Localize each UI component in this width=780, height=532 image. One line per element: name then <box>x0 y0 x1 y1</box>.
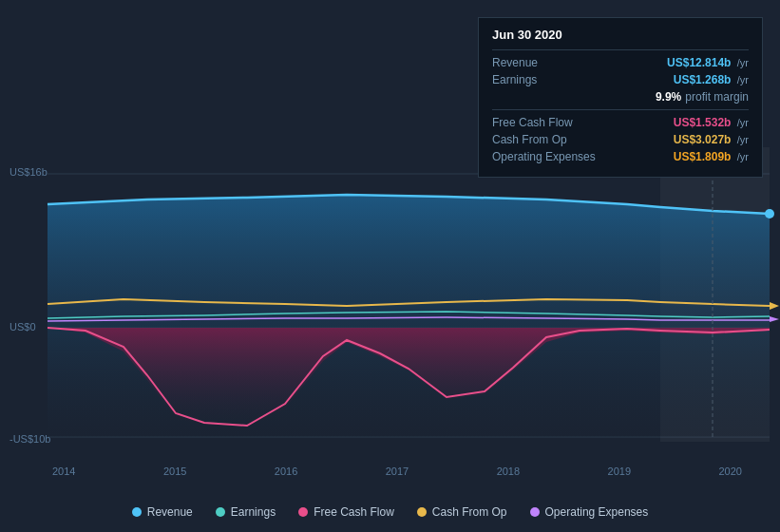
cashfromop-arrow <box>770 302 779 310</box>
tooltip-opex-row: Operating Expenses US$1.809b /yr <box>492 150 749 163</box>
tooltip-opex-value: US$1.809b /yr <box>674 150 749 163</box>
legend-item-fcf[interactable]: Free Cash Flow <box>298 505 394 519</box>
legend-item-opex[interactable]: Operating Expenses <box>530 505 649 519</box>
x-label-2018: 2018 <box>497 466 520 477</box>
revenue-dot <box>765 209 774 218</box>
tooltip-fcf-value: US$1.532b /yr <box>674 116 749 129</box>
tooltip-opex-label: Operating Expenses <box>492 150 596 163</box>
x-label-2017: 2017 <box>386 466 409 477</box>
tooltip-cashfromop-label: Cash From Op <box>492 133 567 146</box>
legend-item-revenue[interactable]: Revenue <box>132 505 193 519</box>
legend-dot-earnings <box>216 507 225 517</box>
y-axis-label-bot: -US$10b <box>10 433 50 445</box>
tooltip-profit-margin-label: profit margin <box>685 90 749 104</box>
tooltip-revenue-row: Revenue US$12.814b /yr <box>492 56 749 69</box>
x-label-2020: 2020 <box>718 466 741 477</box>
x-label-2015: 2015 <box>163 466 186 477</box>
tooltip-date: Jun 30 2020 <box>492 28 749 42</box>
tooltip-profit-margin-pct: 9.9% <box>656 90 681 104</box>
tooltip-fcf-label: Free Cash Flow <box>492 116 573 129</box>
tooltip-earnings-row: Earnings US$1.268b /yr <box>492 73 749 86</box>
tooltip-revenue-label: Revenue <box>492 56 538 69</box>
legend-dot-cashfromop <box>417 507 427 517</box>
y-axis-label-top: US$16b <box>10 166 48 178</box>
legend-label-opex: Operating Expenses <box>545 505 649 519</box>
tooltip-fcf-row: Free Cash Flow US$1.532b /yr <box>492 116 749 129</box>
legend-dot-revenue <box>132 507 142 517</box>
x-label-2019: 2019 <box>608 466 631 477</box>
legend-dot-fcf <box>298 507 308 517</box>
legend-dot-opex <box>530 507 540 517</box>
tooltip-cashfromop-row: Cash From Op US$3.027b /yr <box>492 133 749 146</box>
tooltip-revenue-value: US$12.814b /yr <box>667 56 749 69</box>
chart-legend: Revenue Earnings Free Cash Flow Cash Fro… <box>0 505 780 519</box>
x-label-2016: 2016 <box>275 466 297 477</box>
x-label-2014: 2014 <box>52 466 75 477</box>
x-axis-labels: 2014 2015 2016 2017 2018 2019 2020 <box>0 466 780 477</box>
legend-item-cashfromop[interactable]: Cash From Op <box>417 505 507 519</box>
tooltip-profit-margin-row: 9.9% profit margin <box>492 90 749 104</box>
legend-item-earnings[interactable]: Earnings <box>216 505 276 519</box>
tooltip-earnings-label: Earnings <box>492 73 537 86</box>
tooltip-earnings-value: US$1.268b /yr <box>674 73 749 86</box>
chart-tooltip: Jun 30 2020 Revenue US$12.814b /yr Earni… <box>478 17 763 178</box>
legend-label-cashfromop: Cash From Op <box>432 505 507 519</box>
legend-label-revenue: Revenue <box>147 505 193 519</box>
y-axis-label-mid: US$0 <box>10 321 36 332</box>
opex-arrow <box>770 316 779 322</box>
tooltip-cashfromop-value: US$3.027b /yr <box>674 133 749 146</box>
legend-label-fcf: Free Cash Flow <box>314 505 394 519</box>
legend-label-earnings: Earnings <box>231 505 276 519</box>
